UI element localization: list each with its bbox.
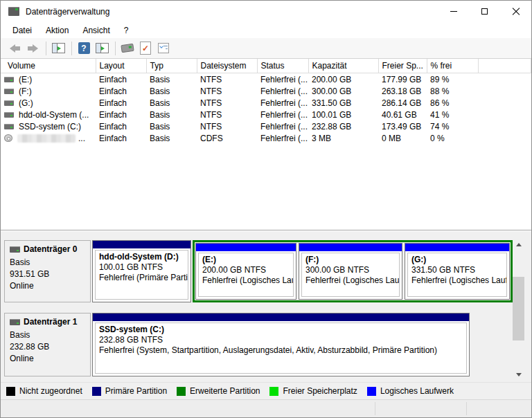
volume-name: (F:) xyxy=(19,87,32,96)
forward-button[interactable] xyxy=(24,40,41,57)
partition-color-bar xyxy=(93,241,190,248)
scroll-down-button[interactable] xyxy=(513,369,524,381)
toolbar-separator xyxy=(71,42,72,55)
partition-f[interactable]: (F:) 300.00 GB NTFS Fehlerfrei (Logische… xyxy=(299,243,402,300)
col-kapazitaet[interactable]: Kapazität xyxy=(308,59,378,73)
volume-icon xyxy=(4,89,14,94)
volume-row-f[interactable]: (F:) Einfach Basis NTFS Fehlerfrei (... … xyxy=(1,85,531,97)
cell-kapazitaet: 200.00 GB xyxy=(308,73,378,86)
extended-partition-group: (E:) 200.00 GB NTFS Fehlerfrei (Logische… xyxy=(193,240,513,302)
disk-management-icon xyxy=(8,7,19,16)
partition-status: Fehlerfrei (Logisches Laufwerk) xyxy=(202,275,290,286)
help-button[interactable]: ? xyxy=(76,40,92,57)
cell-frei: 0 MB xyxy=(378,132,427,144)
pane-splitter[interactable] xyxy=(1,230,531,237)
cell-typ: Basis xyxy=(146,120,197,132)
partition-g[interactable]: (G:) 331.50 GB NTFS Fehlerfrei (Logische… xyxy=(405,243,510,300)
show-action-pane-button[interactable] xyxy=(94,40,110,57)
volume-row-cd[interactable]: ... Einfach Basis CDFS Fehlerfrei (... 3… xyxy=(1,132,531,144)
col-typ[interactable]: Typ xyxy=(146,59,197,73)
rescan-disks-button[interactable] xyxy=(119,40,136,57)
disk-capacity: 931.51 GB xyxy=(10,269,85,280)
cell-frei: 286.14 GB xyxy=(378,97,427,109)
legend-label: Freier Speicherplatz xyxy=(283,386,357,396)
disk-type: Basis xyxy=(10,257,85,269)
back-button[interactable] xyxy=(6,40,23,57)
properties-list-button[interactable] xyxy=(155,40,172,57)
disk-0-label[interactable]: Datenträger 0 Basis 931.51 GB Online xyxy=(4,240,91,302)
cell-typ: Basis xyxy=(146,97,197,109)
scroll-up-button[interactable] xyxy=(513,239,524,251)
volume-row-e[interactable]: (E:) Einfach Basis NTFS Fehlerfrei (... … xyxy=(1,73,531,86)
cell-status: Fehlerfrei (... xyxy=(257,132,308,144)
menu-datei[interactable]: Datei xyxy=(6,24,39,37)
disk-1-row: Datenträger 1 Basis 232.88 GB Online SSD… xyxy=(4,313,470,376)
legend-label: Erweiterte Partition xyxy=(190,386,260,396)
menu-aktion[interactable]: Aktion xyxy=(39,24,76,37)
help-icon: ? xyxy=(78,42,90,54)
action-pane-icon xyxy=(96,43,109,53)
cell-status: Fehlerfrei (... xyxy=(257,97,308,109)
volume-row-hdd-old-system[interactable]: hdd-old-System (... Einfach Basis NTFS F… xyxy=(1,109,531,120)
disk-icon xyxy=(10,319,20,325)
col-freier-sp[interactable]: Freier Sp... xyxy=(378,59,427,73)
scrollbar-thumb[interactable] xyxy=(513,277,524,340)
partition-color-bar xyxy=(299,244,402,251)
partition-e[interactable]: (E:) 200.00 GB NTFS Fehlerfrei (Logische… xyxy=(195,243,296,300)
disk-management-window: Datenträgerverwaltung Datei Aktion Ansic… xyxy=(0,0,532,418)
legend-free-space: Freier Speicherplatz xyxy=(269,386,357,396)
toolbar-separator xyxy=(46,42,46,55)
partition-color-bar xyxy=(196,244,296,251)
cell-kapazitaet: 232.88 GB xyxy=(308,120,378,132)
legend-label: Logisches Laufwerk xyxy=(380,386,454,396)
cell-prozent: 86 % xyxy=(427,97,478,109)
primary-partition-swatch xyxy=(92,387,101,396)
disk-0-partitions: hdd-old-System (D:) 100.01 GB NTFS Fehle… xyxy=(92,240,513,302)
col-layout[interactable]: Layout xyxy=(96,59,146,73)
cell-frei: 173.49 GB xyxy=(378,120,427,132)
partition-c[interactable]: SSD-system (C:) 232.88 GB NTFS Fehlerfre… xyxy=(92,313,470,376)
menu-hilfe[interactable]: ? xyxy=(117,24,136,37)
legend-unallocated: Nicht zugeordnet xyxy=(6,386,82,396)
partition-color-bar xyxy=(405,244,509,251)
free-space-swatch xyxy=(269,387,278,396)
cell-typ: Basis xyxy=(146,73,197,86)
col-dateisystem[interactable]: Dateisystem xyxy=(197,59,257,73)
maximize-icon xyxy=(481,8,488,15)
cd-drive-icon xyxy=(4,134,12,142)
cell-layout: Einfach xyxy=(96,97,146,109)
volume-icon xyxy=(4,100,14,106)
volume-row-ssd-system[interactable]: SSD-system (C:) Einfach Basis NTFS Fehle… xyxy=(1,120,531,132)
menu-ansicht[interactable]: Ansicht xyxy=(76,24,116,37)
disk-status: Online xyxy=(10,353,85,365)
cell-dateisystem: CDFS xyxy=(197,132,257,144)
cell-prozent: 74 % xyxy=(427,120,478,132)
volume-name: hdd-old-System (... xyxy=(19,110,89,120)
cell-dateisystem: NTFS xyxy=(197,97,257,109)
col-volume[interactable]: Volume xyxy=(1,59,96,73)
col-prozent-frei[interactable]: % frei xyxy=(427,59,478,73)
close-button[interactable] xyxy=(500,1,531,22)
cell-layout: Einfach xyxy=(96,85,146,97)
partition-status: Fehlerfrei (Primäre Partition) xyxy=(99,273,184,283)
redacted-volume-name xyxy=(17,134,76,143)
partition-name: (F:) xyxy=(305,255,396,265)
vertical-scrollbar[interactable] xyxy=(513,239,524,381)
cell-frei: 177.99 GB xyxy=(378,73,427,86)
disk-0-row: Datenträger 0 Basis 931.51 GB Online hdd… xyxy=(4,240,513,302)
legend-logical-drive: Logisches Laufwerk xyxy=(367,386,454,396)
cell-layout: Einfach xyxy=(96,109,146,120)
properties-list-icon xyxy=(158,43,169,53)
chevron-up-icon xyxy=(516,243,522,246)
cell-dateisystem: NTFS xyxy=(197,120,257,132)
maximize-button[interactable] xyxy=(469,1,500,22)
check-tasks-button[interactable]: ✓ xyxy=(137,40,154,57)
partition-d[interactable]: hdd-old-System (D:) 100.01 GB NTFS Fehle… xyxy=(92,240,191,302)
volume-row-g[interactable]: (G:) Einfach Basis NTFS Fehlerfrei (... … xyxy=(1,97,531,109)
cell-status: Fehlerfrei (... xyxy=(257,120,308,132)
disk-1-label[interactable]: Datenträger 1 Basis 232.88 GB Online xyxy=(4,313,91,376)
col-status[interactable]: Status xyxy=(257,59,308,73)
cell-prozent: 0 % xyxy=(427,132,478,144)
minimize-button[interactable] xyxy=(438,1,469,22)
show-console-tree-button[interactable] xyxy=(50,40,66,57)
